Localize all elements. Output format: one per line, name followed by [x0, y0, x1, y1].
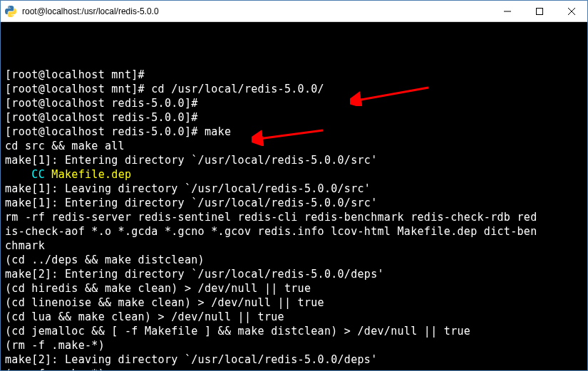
terminal-line: is-check-aof *.o *.gcda *.gcno *.gcov re…: [5, 224, 583, 239]
terminal-line: rm -rf redis-server redis-sentinel redis…: [5, 210, 583, 224]
minimize-button[interactable]: [491, 1, 523, 21]
terminal-line: CC Makefile.dep: [5, 167, 583, 182]
window-controls: [491, 1, 587, 21]
terminal-line: (cd lua && make clean) > /dev/null || tr…: [5, 310, 583, 324]
terminal-line: chmark: [5, 239, 583, 253]
terminal-line: (rm -f .make-*): [5, 367, 583, 370]
terminal-line: make[1]: Entering directory `/usr/local/…: [5, 196, 583, 210]
terminal-line: [root@localhost redis-5.0.0]#: [5, 96, 583, 110]
terminal-line: [root@localhost redis-5.0.0]#: [5, 110, 583, 125]
terminal-output[interactable]: [root@localhost mnt]# [root@localhost mn…: [1, 22, 587, 370]
terminal-line: (cd jemalloc && [ -f Makefile ] && make …: [5, 324, 583, 338]
terminal-line: [root@localhost mnt]# cd /usr/local/redi…: [5, 82, 583, 96]
terminal-line: make[2]: Leaving directory `/usr/local/r…: [5, 352, 583, 367]
terminal-line: make[1]: Entering directory `/usr/local/…: [5, 153, 583, 167]
terminal-line: make[1]: Leaving directory `/usr/local/r…: [5, 182, 583, 196]
terminal-line: [root@localhost redis-5.0.0]# make: [5, 125, 583, 139]
window-titlebar: root@localhost:/usr/local/redis-5.0.0: [1, 1, 587, 22]
terminal-line: make[2]: Entering directory `/usr/local/…: [5, 267, 583, 281]
terminal-line: [root@localhost mnt]#: [5, 68, 583, 82]
python-icon: [5, 6, 16, 17]
window-title: root@localhost:/usr/local/redis-5.0.0: [21, 6, 491, 16]
maximize-button[interactable]: [523, 1, 555, 21]
terminal-line: (cd ../deps && make distclean): [5, 253, 583, 267]
svg-rect-1: [536, 8, 542, 14]
terminal-line: (cd hiredis && make clean) > /dev/null |…: [5, 281, 583, 296]
terminal-line: cd src && make all: [5, 139, 583, 153]
close-button[interactable]: [555, 1, 587, 21]
terminal-line: (cd linenoise && make clean) > /dev/null…: [5, 296, 583, 310]
terminal-line: (rm -f .make-*): [5, 338, 583, 352]
